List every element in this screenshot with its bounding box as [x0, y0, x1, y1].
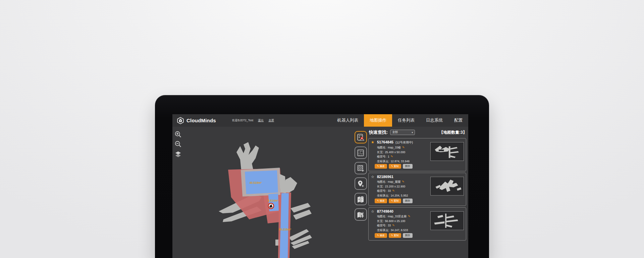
fullscreen-link[interactable]: 全屏 — [268, 119, 274, 123]
edit-map-button[interactable]: ✎修改 — [375, 199, 387, 203]
field-label: 坐标原点: — [377, 160, 389, 164]
map-card: ★ 51764845 (12号使用中) 地图名:map_33楼✎ 长宽:25.4… — [368, 138, 466, 171]
filter-selected-value: 全部 — [392, 130, 412, 134]
map-name-value: map_33层走廊 — [388, 215, 407, 219]
upload-map-tool[interactable] — [355, 208, 367, 221]
welcome-text: 欢迎BJDT2_Test — [232, 119, 253, 123]
edit-pencil-icon[interactable]: ✎ — [402, 146, 405, 149]
app-screen: CloudMinds 欢迎BJDT2_Test 退出 全屏 机器人列表 地图操作… — [172, 114, 468, 258]
chevron-down-icon: ▾ — [412, 131, 413, 134]
field-label: 长宽: — [377, 150, 383, 155]
field-label: 地图名: — [377, 146, 386, 150]
edit-pencil-icon[interactable]: ✎ — [402, 180, 405, 183]
origin-value: 14.204, 5.952 — [390, 194, 408, 197]
tab-log-system[interactable]: 日志系统 — [420, 114, 448, 127]
copy-map-button[interactable]: ✎复制 — [389, 199, 401, 203]
edit-map-button[interactable]: ✎修改 — [375, 164, 387, 169]
edit-pencil-icon[interactable]: ✎ — [408, 215, 411, 218]
add-point-tool[interactable] — [355, 177, 367, 190]
area-label-small-room: 8.614m² — [268, 199, 278, 202]
zoom-in-icon[interactable] — [174, 131, 182, 138]
map-marker-tool[interactable]: x — [355, 193, 367, 205]
delete-map-button[interactable]: 删除 — [403, 233, 413, 238]
zoom-out-icon[interactable] — [174, 140, 182, 148]
map-name-value: map_腿腿 — [388, 180, 400, 184]
map-list-panel: 快速查找: 全部 ▾ 【地图数量:3】 ★ 51764845 (12号使用中) … — [368, 127, 468, 258]
map-canvas[interactable]: 40.519m² 8.614m² 80.215m² — [172, 127, 354, 258]
floor-number-value: 1 — [388, 155, 389, 158]
layers-icon[interactable] — [174, 150, 182, 158]
field-label: 楼层号: — [377, 189, 386, 193]
field-label: 地图名: — [377, 215, 386, 219]
brand-name: CloudMinds — [186, 118, 216, 123]
top-navbar: CloudMinds 欢迎BJDT2_Test 退出 全屏 机器人列表 地图操作… — [172, 114, 468, 127]
floor-number-value: 33 — [388, 189, 391, 192]
record-task-tool[interactable] — [355, 131, 367, 143]
field-label: 楼层号: — [377, 224, 386, 228]
map-count-badge: 【地图数量:3】 — [439, 130, 467, 135]
field-label: 长宽: — [377, 219, 383, 223]
add-region-tool[interactable] — [355, 162, 367, 174]
map-thumbnail[interactable] — [430, 177, 464, 196]
field-label: 长宽: — [377, 185, 383, 189]
map-thumbnail[interactable] — [430, 142, 464, 161]
origin-value: 12.874, 33.946 — [390, 160, 410, 163]
tab-robot-list[interactable]: 机器人列表 — [332, 114, 364, 127]
field-label: 坐标原点: — [377, 194, 389, 198]
tab-task-list[interactable]: 任务列表 — [392, 114, 420, 127]
edit-pencil-icon[interactable]: ✎ — [392, 224, 395, 227]
favorite-star-icon[interactable]: ★ — [371, 140, 375, 144]
edit-map-button[interactable]: ✎修改 — [375, 233, 387, 238]
brand: CloudMinds — [172, 114, 216, 127]
field-label: 楼层号: — [377, 155, 386, 159]
favorite-star-icon[interactable]: ☆ — [371, 209, 375, 214]
floor-map: 40.519m² 8.614m² 80.215m² — [172, 127, 354, 258]
map-dimensions-value: 56.600 x 25.100 — [385, 219, 405, 223]
logout-link[interactable]: 退出 — [258, 119, 264, 123]
quick-find-label: 快速查找: — [369, 129, 388, 135]
edit-pencil-icon[interactable]: ✎ — [392, 189, 395, 192]
map-name-value: map_33楼 — [388, 146, 401, 150]
measure-tool[interactable] — [355, 146, 367, 159]
copy-map-button[interactable]: ✎复制 — [389, 164, 401, 169]
field-label: 坐标原点: — [377, 228, 389, 232]
robot-position-marker — [268, 203, 274, 209]
tab-config[interactable]: 配置 — [448, 114, 468, 127]
map-dimensions-value: 23.200 x 22.900 — [385, 185, 405, 188]
nav-tabs: 机器人列表 地图操作 任务列表 日志系统 配置 — [332, 114, 469, 127]
cloudminds-logo-icon — [177, 117, 184, 124]
favorite-star-icon[interactable]: ☆ — [371, 175, 375, 179]
delete-map-button[interactable]: 删除 — [403, 199, 413, 203]
area-label-big-room: 40.519m² — [250, 181, 262, 184]
map-wall-blob — [236, 142, 259, 172]
edit-pencil-icon[interactable]: ✎ — [391, 155, 393, 158]
map-dimensions-value: 25.400 x 50.000 — [385, 150, 405, 154]
map-card: ☆ 87749840 地图名:map_33层走廊✎ 长宽:56.600 x 25… — [368, 207, 466, 241]
map-id: 51764845 — [377, 140, 393, 144]
floor-number-value: 33 — [388, 224, 391, 227]
map-in-use-badge: (12号使用中) — [395, 140, 413, 145]
map-filter-select[interactable]: 全部 ▾ — [390, 130, 415, 135]
laptop-bezel: CloudMinds 欢迎BJDT2_Test 退出 全屏 机器人列表 地图操作… — [155, 95, 489, 258]
map-thumbnail[interactable] — [430, 211, 464, 230]
map-id: 87749840 — [377, 209, 393, 213]
delete-map-button[interactable]: 删除 — [403, 164, 413, 169]
origin-value: 34.247, 8.533 — [390, 228, 408, 232]
tab-map-operation[interactable]: 地图操作 — [364, 114, 392, 127]
map-card: ☆ 82186961 地图名:map_腿腿✎ 长宽:23.200 x 22.90… — [368, 173, 466, 206]
area-label-corridor: 80.215m² — [279, 228, 291, 231]
field-label: 地图名: — [377, 180, 386, 184]
map-toolbar: x — [354, 127, 367, 258]
map-id: 82186961 — [377, 175, 393, 179]
copy-map-button[interactable]: ✎复制 — [389, 233, 401, 238]
